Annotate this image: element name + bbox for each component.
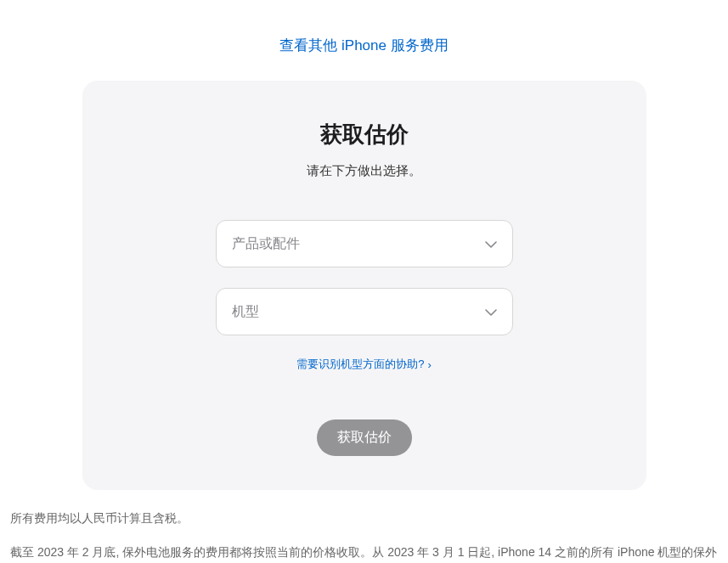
footnote-2: 截至 2023 年 2 月底, 保外电池服务的费用都将按照当前的价格收取。从 2… xyxy=(10,543,720,563)
top-link-container: 查看其他 iPhone 服务费用 xyxy=(8,0,720,81)
estimate-card: 获取估价 请在下方做出选择。 产品或配件 机型 需要识别机型方面的协助? › 获… xyxy=(82,81,646,490)
model-select-wrap: 机型 xyxy=(216,288,513,335)
card-title: 获取估价 xyxy=(116,120,612,149)
help-link-label: 需要识别机型方面的协助? xyxy=(296,357,424,372)
product-select-wrap: 产品或配件 xyxy=(216,220,513,267)
get-estimate-button[interactable]: 获取估价 xyxy=(317,419,412,456)
footnote-2-part1: 截至 2023 年 2 月底, 保外电池服务的费用都将按照当前的价格收取。从 2… xyxy=(10,545,717,563)
card-subtitle: 请在下方做出选择。 xyxy=(116,163,612,179)
chevron-down-icon xyxy=(485,304,497,319)
footnote-1: 所有费用均以人民币计算且含税。 xyxy=(10,509,720,529)
identify-model-help-link[interactable]: 需要识别机型方面的协助? › xyxy=(296,357,432,372)
other-services-link[interactable]: 查看其他 iPhone 服务费用 xyxy=(279,37,448,53)
model-select[interactable]: 机型 xyxy=(216,288,513,335)
model-select-label: 机型 xyxy=(232,303,259,321)
product-select[interactable]: 产品或配件 xyxy=(216,220,513,267)
footnotes: 所有费用均以人民币计算且含税。 截至 2023 年 2 月底, 保外电池服务的费… xyxy=(8,507,720,563)
chevron-down-icon xyxy=(485,236,497,251)
product-select-label: 产品或配件 xyxy=(232,235,300,253)
chevron-right-icon: › xyxy=(427,358,431,371)
